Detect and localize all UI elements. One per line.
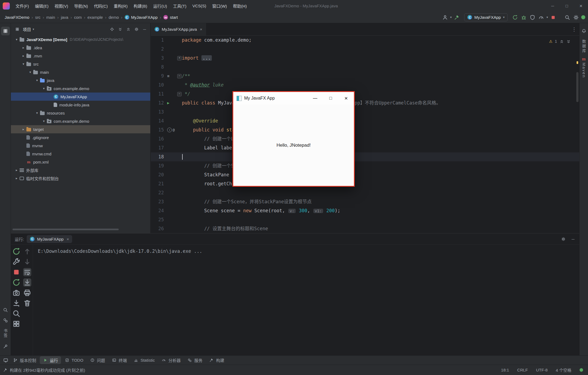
project-panel-title[interactable]: 项目: [23, 26, 31, 32]
menu-item[interactable]: 编辑(E): [32, 0, 51, 12]
editor-scrollbar[interactable]: [576, 72, 578, 102]
breadcrumb-item[interactable]: example: [87, 14, 104, 20]
code-line[interactable]: 16 // 创建一个Label标签: [151, 134, 579, 143]
line-separator[interactable]: CRLF: [517, 368, 528, 372]
code-line[interactable]: 15↑@ public void start(Stage primaryStag…: [151, 125, 579, 134]
tree-chevron-icon[interactable]: ▸: [14, 176, 20, 180]
prev-problem-icon[interactable]: [559, 39, 564, 44]
tool-window-button-services[interactable]: 服务: [184, 356, 206, 364]
tree-item[interactable]: ▾JavaFXDemo [Demo]D:\IDEAProjects\JCNCPr…: [11, 35, 150, 44]
tree-item[interactable]: ▾com.example.demo: [11, 84, 150, 93]
clear-console-button[interactable]: [23, 299, 31, 307]
profiler-button[interactable]: [538, 14, 545, 21]
expand-all-icon[interactable]: [117, 26, 124, 33]
tree-item[interactable]: module-info.java: [11, 101, 150, 109]
tree-item[interactable]: ▸.mvn: [11, 52, 150, 60]
ide-green-status-icon[interactable]: [581, 15, 585, 19]
tree-chevron-icon[interactable]: ▾: [20, 62, 26, 66]
project-tool-icon[interactable]: [1, 27, 10, 35]
restart-button[interactable]: [12, 278, 20, 287]
hide-run-panel-icon[interactable]: ─: [569, 235, 577, 242]
menu-item[interactable]: 运行(U): [150, 0, 170, 12]
code-line[interactable]: 12▶public class MyJavaFXApp extends Appl…: [151, 99, 579, 107]
profiler-chevron-icon[interactable]: ▾: [546, 16, 548, 19]
console-output[interactable]: E:\Downloads\CodesDownloads\jdk\jdk-17.0…: [33, 245, 579, 356]
tool-window-button-chart[interactable]: Statistic: [130, 357, 158, 364]
tree-item[interactable]: ▸外部库: [11, 166, 150, 174]
menu-item[interactable]: 导航(N): [71, 0, 91, 12]
analyze-button[interactable]: [12, 309, 20, 318]
file-encoding[interactable]: UTF-8: [536, 368, 548, 372]
project-horizontal-scrollbar[interactable]: [13, 229, 119, 230]
status-message[interactable]: 构建在 2秒942毫秒内成功完成 (片刻之前): [10, 367, 85, 373]
tree-chevron-icon[interactable]: ▸: [20, 46, 26, 50]
render-doc-icon[interactable]: ≡: [167, 72, 169, 81]
coverage-button[interactable]: [529, 14, 536, 21]
code-line[interactable]: 11− */: [151, 90, 579, 99]
tree-item[interactable]: ▸target: [11, 125, 150, 133]
notifications-bell-icon[interactable]: [580, 27, 588, 35]
project-view-chevron-icon[interactable]: ▾: [33, 27, 34, 31]
tree-item[interactable]: CMyJavaFXApp: [11, 93, 150, 101]
fold-marker-icon[interactable]: −: [177, 74, 182, 78]
run-tab[interactable]: C MyJavaFXApp ×: [27, 235, 72, 243]
run-line-icon[interactable]: ▶: [167, 99, 169, 107]
close-button[interactable]: ×: [574, 0, 588, 12]
next-problem-icon[interactable]: [566, 39, 571, 44]
maven-icon[interactable]: m: [582, 57, 586, 62]
menu-item[interactable]: VCS(S): [189, 0, 209, 12]
fold-marker-icon[interactable]: −: [177, 92, 182, 96]
code-line[interactable]: 9≡−/**: [151, 72, 579, 81]
tab-close-icon[interactable]: ×: [200, 27, 202, 32]
menu-item[interactable]: 窗口(W): [209, 0, 230, 12]
code-line[interactable]: 3+import ...: [151, 54, 579, 63]
tree-item[interactable]: ▸临时文件和控制台: [11, 174, 150, 182]
maven-tool-button[interactable]: Maven: [582, 63, 586, 78]
tree-chevron-icon[interactable]: ▾: [41, 119, 47, 123]
code-line[interactable]: 8: [151, 63, 579, 72]
breadcrumb-item[interactable]: main: [45, 14, 56, 20]
javafx-close-button[interactable]: ×: [338, 92, 354, 104]
soft-wrap-button[interactable]: [23, 268, 31, 276]
indent-setting[interactable]: 4 个空格: [556, 367, 571, 373]
menu-item[interactable]: 工具(T): [170, 0, 189, 12]
code-line[interactable]: 14 @Override: [151, 116, 579, 125]
code-line[interactable]: 26 // 设置主舞台的标题和Scene: [151, 224, 579, 233]
tool-window-button-hammer[interactable]: 构建: [206, 356, 227, 364]
breadcrumb-item[interactable]: demo: [108, 14, 120, 20]
code-line[interactable]: 24 Scene scene = new Scene(root, v: 300,…: [151, 206, 579, 215]
edit-run-config-button[interactable]: [12, 258, 20, 266]
menu-item[interactable]: 构建(B): [131, 0, 150, 12]
ready-status-icon[interactable]: [580, 368, 583, 372]
tree-chevron-icon[interactable]: ▸: [20, 54, 26, 58]
run-configuration-select[interactable]: C MyJavaFXApp ▾: [464, 13, 508, 21]
build-hammer-icon[interactable]: [453, 14, 460, 21]
search-everywhere-icon[interactable]: [564, 14, 571, 21]
code-line[interactable]: 22: [151, 188, 579, 197]
breadcrumb-item[interactable]: java: [60, 14, 69, 20]
bookmarks-tool-button[interactable]: 书签: [3, 329, 8, 338]
tree-chevron-icon[interactable]: ▸: [14, 168, 20, 172]
code-line[interactable]: 21 root.getChildren().add(label);: [151, 179, 579, 188]
tree-item[interactable]: ▾com.example.demo: [11, 117, 150, 125]
debug-button[interactable]: [520, 14, 527, 21]
prev-occurrence-button[interactable]: [23, 247, 31, 256]
database-tool-button[interactable]: 数据库: [581, 39, 587, 53]
caret-position[interactable]: 18:1: [501, 368, 509, 372]
tree-chevron-icon[interactable]: ▾: [41, 87, 47, 90]
tool-window-button-todo[interactable]: TODO: [62, 357, 86, 364]
tree-item[interactable]: ▾src: [11, 60, 150, 68]
javafx-app-window[interactable]: My JavaFX App — □ × Hello, JNot​epad!: [232, 91, 355, 187]
breadcrumb-item[interactable]: com: [73, 14, 82, 20]
tree-item[interactable]: ▾resources: [11, 109, 150, 117]
tree-item[interactable]: .gitignore: [11, 133, 150, 142]
javafx-minimize-button[interactable]: —: [307, 92, 323, 104]
tree-item[interactable]: ▾java: [11, 76, 150, 84]
stop-button[interactable]: [12, 268, 20, 276]
dump-heap-button[interactable]: [12, 299, 20, 307]
tree-item[interactable]: mvnw: [11, 142, 150, 150]
hide-panel-icon[interactable]: ─: [141, 26, 148, 33]
code-line[interactable]: 10 * @author luke: [151, 81, 579, 90]
code-line[interactable]: 18: [151, 152, 579, 161]
code-line[interactable]: 23 // 创建一个Scene，并将StackPane设置为根节点: [151, 197, 579, 206]
